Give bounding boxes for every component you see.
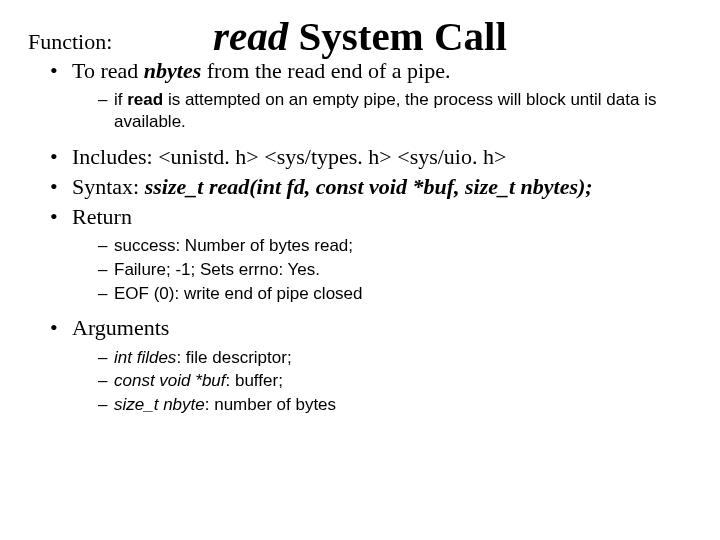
arg-b: const void *buf: buffer; bbox=[98, 370, 692, 392]
to-read-nbytes: nbytes bbox=[144, 58, 201, 83]
to-read-pre: To read bbox=[72, 58, 144, 83]
to-read-post: from the read end of a pipe. bbox=[201, 58, 450, 83]
sub-if: if bbox=[114, 90, 127, 109]
return-text: Return bbox=[72, 204, 132, 229]
outer-list: To read nbytes from the read end of a pi… bbox=[28, 57, 692, 424]
arg-a-italic: int fildes bbox=[114, 348, 176, 367]
includes-text: Includes: <unistd. h> <sys/types. h> <sy… bbox=[72, 144, 506, 169]
bullet-return: Return success: Number of bytes read; Fa… bbox=[50, 203, 692, 312]
syntax-signature: ssize_t read(int fd, const void *buf, si… bbox=[145, 174, 593, 199]
arg-c: size_t nbyte: number of bytes bbox=[98, 394, 692, 416]
title-read: read bbox=[213, 13, 288, 59]
arg-c-rest: : number of bytes bbox=[205, 395, 336, 414]
bullet-syntax: Syntax: ssize_t read(int fd, const void … bbox=[50, 173, 692, 201]
sub-read-word: read bbox=[127, 90, 163, 109]
arg-a-rest: : file descriptor; bbox=[176, 348, 291, 367]
arg-b-rest: : buffer; bbox=[226, 371, 283, 390]
return-sub-b: Failure; -1; Sets errno: Yes. bbox=[98, 259, 692, 281]
bullet-includes: Includes: <unistd. h> <sys/types. h> <sy… bbox=[50, 143, 692, 171]
bullet-to-read: To read nbytes from the read end of a pi… bbox=[50, 57, 692, 141]
syntax-label: Syntax: bbox=[72, 174, 145, 199]
return-sub-a: success: Number of bytes read; bbox=[98, 235, 692, 257]
to-read-sub-item: if read is attempted on an empty pipe, t… bbox=[98, 89, 692, 133]
sub-rest: is attempted on an empty pipe, the proce… bbox=[114, 90, 656, 131]
bullet-arguments: Arguments int fildes: file descriptor; c… bbox=[50, 314, 692, 423]
return-sublist: success: Number of bytes read; Failure; … bbox=[72, 231, 692, 312]
to-read-sublist: if read is attempted on an empty pipe, t… bbox=[72, 85, 692, 141]
return-sub-c: EOF (0): write end of pipe closed bbox=[98, 283, 692, 305]
arg-b-italic: const void *buf bbox=[114, 371, 226, 390]
arg-c-italic: size_t nbyte bbox=[114, 395, 205, 414]
title-rest: System Call bbox=[288, 13, 507, 59]
slide: read System Call Function: To read nbyte… bbox=[0, 0, 720, 424]
arguments-text: Arguments bbox=[72, 315, 169, 340]
arguments-sublist: int fildes: file descriptor; const void … bbox=[72, 343, 692, 424]
arg-a: int fildes: file descriptor; bbox=[98, 347, 692, 369]
